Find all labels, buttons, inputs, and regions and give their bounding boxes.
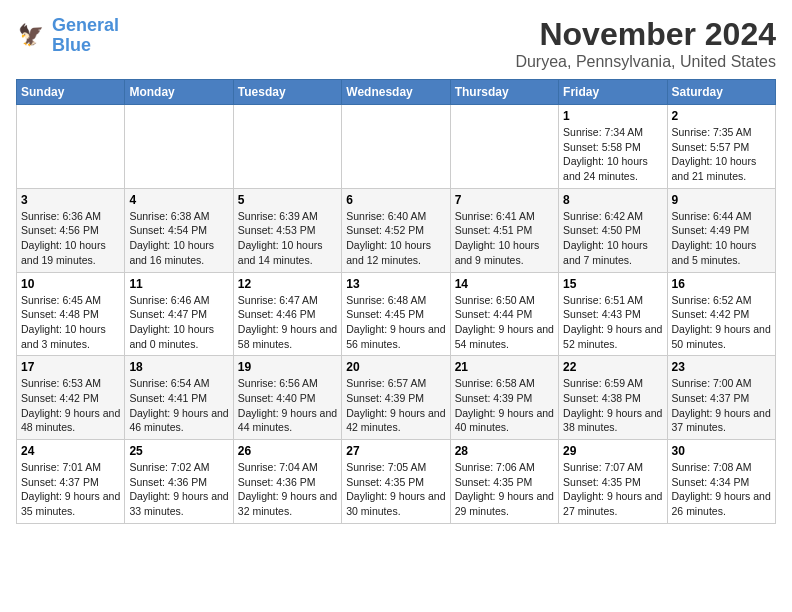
day-info: Sunrise: 6:58 AM Sunset: 4:39 PM Dayligh… — [455, 376, 554, 435]
calendar-cell: 20Sunrise: 6:57 AM Sunset: 4:39 PM Dayli… — [342, 356, 450, 440]
day-number: 4 — [129, 193, 228, 207]
day-info: Sunrise: 7:06 AM Sunset: 4:35 PM Dayligh… — [455, 460, 554, 519]
calendar: SundayMondayTuesdayWednesdayThursdayFrid… — [16, 79, 776, 524]
logo-line2: Blue — [52, 36, 119, 56]
day-number: 24 — [21, 444, 120, 458]
day-info: Sunrise: 6:47 AM Sunset: 4:46 PM Dayligh… — [238, 293, 337, 352]
day-number: 22 — [563, 360, 662, 374]
day-number: 15 — [563, 277, 662, 291]
day-number: 17 — [21, 360, 120, 374]
logo-line1: General — [52, 15, 119, 35]
day-info: Sunrise: 7:04 AM Sunset: 4:36 PM Dayligh… — [238, 460, 337, 519]
calendar-cell: 29Sunrise: 7:07 AM Sunset: 4:35 PM Dayli… — [559, 440, 667, 524]
day-number: 2 — [672, 109, 771, 123]
calendar-cell: 8Sunrise: 6:42 AM Sunset: 4:50 PM Daylig… — [559, 188, 667, 272]
day-info: Sunrise: 6:39 AM Sunset: 4:53 PM Dayligh… — [238, 209, 337, 268]
location: Duryea, Pennsylvania, United States — [515, 53, 776, 71]
calendar-cell — [342, 105, 450, 189]
calendar-cell: 24Sunrise: 7:01 AM Sunset: 4:37 PM Dayli… — [17, 440, 125, 524]
day-info: Sunrise: 7:34 AM Sunset: 5:58 PM Dayligh… — [563, 125, 662, 184]
day-info: Sunrise: 6:38 AM Sunset: 4:54 PM Dayligh… — [129, 209, 228, 268]
day-number: 3 — [21, 193, 120, 207]
week-row-5: 24Sunrise: 7:01 AM Sunset: 4:37 PM Dayli… — [17, 440, 776, 524]
calendar-cell: 15Sunrise: 6:51 AM Sunset: 4:43 PM Dayli… — [559, 272, 667, 356]
day-info: Sunrise: 6:52 AM Sunset: 4:42 PM Dayligh… — [672, 293, 771, 352]
day-info: Sunrise: 7:01 AM Sunset: 4:37 PM Dayligh… — [21, 460, 120, 519]
logo: 🦅 General Blue — [16, 16, 119, 56]
day-info: Sunrise: 6:56 AM Sunset: 4:40 PM Dayligh… — [238, 376, 337, 435]
week-row-1: 1Sunrise: 7:34 AM Sunset: 5:58 PM Daylig… — [17, 105, 776, 189]
day-number: 16 — [672, 277, 771, 291]
calendar-cell: 26Sunrise: 7:04 AM Sunset: 4:36 PM Dayli… — [233, 440, 341, 524]
weekday-thursday: Thursday — [450, 80, 558, 105]
calendar-cell — [233, 105, 341, 189]
calendar-cell: 12Sunrise: 6:47 AM Sunset: 4:46 PM Dayli… — [233, 272, 341, 356]
day-number: 18 — [129, 360, 228, 374]
calendar-cell: 30Sunrise: 7:08 AM Sunset: 4:34 PM Dayli… — [667, 440, 775, 524]
day-info: Sunrise: 7:07 AM Sunset: 4:35 PM Dayligh… — [563, 460, 662, 519]
day-info: Sunrise: 6:59 AM Sunset: 4:38 PM Dayligh… — [563, 376, 662, 435]
day-info: Sunrise: 6:44 AM Sunset: 4:49 PM Dayligh… — [672, 209, 771, 268]
day-number: 10 — [21, 277, 120, 291]
calendar-cell: 5Sunrise: 6:39 AM Sunset: 4:53 PM Daylig… — [233, 188, 341, 272]
week-row-3: 10Sunrise: 6:45 AM Sunset: 4:48 PM Dayli… — [17, 272, 776, 356]
day-info: Sunrise: 6:36 AM Sunset: 4:56 PM Dayligh… — [21, 209, 120, 268]
day-number: 8 — [563, 193, 662, 207]
day-number: 12 — [238, 277, 337, 291]
day-number: 19 — [238, 360, 337, 374]
day-info: Sunrise: 6:46 AM Sunset: 4:47 PM Dayligh… — [129, 293, 228, 352]
calendar-cell: 4Sunrise: 6:38 AM Sunset: 4:54 PM Daylig… — [125, 188, 233, 272]
calendar-cell: 3Sunrise: 6:36 AM Sunset: 4:56 PM Daylig… — [17, 188, 125, 272]
svg-text:🦅: 🦅 — [18, 22, 44, 48]
day-number: 5 — [238, 193, 337, 207]
calendar-cell — [17, 105, 125, 189]
calendar-cell — [125, 105, 233, 189]
day-info: Sunrise: 6:54 AM Sunset: 4:41 PM Dayligh… — [129, 376, 228, 435]
day-info: Sunrise: 6:57 AM Sunset: 4:39 PM Dayligh… — [346, 376, 445, 435]
day-number: 23 — [672, 360, 771, 374]
calendar-cell: 11Sunrise: 6:46 AM Sunset: 4:47 PM Dayli… — [125, 272, 233, 356]
day-info: Sunrise: 6:40 AM Sunset: 4:52 PM Dayligh… — [346, 209, 445, 268]
day-number: 1 — [563, 109, 662, 123]
day-info: Sunrise: 6:48 AM Sunset: 4:45 PM Dayligh… — [346, 293, 445, 352]
title-area: November 2024 Duryea, Pennsylvania, Unit… — [515, 16, 776, 71]
calendar-cell: 10Sunrise: 6:45 AM Sunset: 4:48 PM Dayli… — [17, 272, 125, 356]
day-info: Sunrise: 6:50 AM Sunset: 4:44 PM Dayligh… — [455, 293, 554, 352]
calendar-cell: 19Sunrise: 6:56 AM Sunset: 4:40 PM Dayli… — [233, 356, 341, 440]
calendar-cell: 9Sunrise: 6:44 AM Sunset: 4:49 PM Daylig… — [667, 188, 775, 272]
week-row-2: 3Sunrise: 6:36 AM Sunset: 4:56 PM Daylig… — [17, 188, 776, 272]
calendar-cell: 7Sunrise: 6:41 AM Sunset: 4:51 PM Daylig… — [450, 188, 558, 272]
calendar-cell: 6Sunrise: 6:40 AM Sunset: 4:52 PM Daylig… — [342, 188, 450, 272]
day-info: Sunrise: 7:08 AM Sunset: 4:34 PM Dayligh… — [672, 460, 771, 519]
day-number: 21 — [455, 360, 554, 374]
day-number: 28 — [455, 444, 554, 458]
calendar-body: 1Sunrise: 7:34 AM Sunset: 5:58 PM Daylig… — [17, 105, 776, 524]
day-number: 14 — [455, 277, 554, 291]
calendar-cell: 27Sunrise: 7:05 AM Sunset: 4:35 PM Dayli… — [342, 440, 450, 524]
day-number: 27 — [346, 444, 445, 458]
calendar-cell: 28Sunrise: 7:06 AM Sunset: 4:35 PM Dayli… — [450, 440, 558, 524]
day-info: Sunrise: 7:02 AM Sunset: 4:36 PM Dayligh… — [129, 460, 228, 519]
weekday-header-row: SundayMondayTuesdayWednesdayThursdayFrid… — [17, 80, 776, 105]
day-info: Sunrise: 7:35 AM Sunset: 5:57 PM Dayligh… — [672, 125, 771, 184]
day-info: Sunrise: 6:42 AM Sunset: 4:50 PM Dayligh… — [563, 209, 662, 268]
calendar-cell: 14Sunrise: 6:50 AM Sunset: 4:44 PM Dayli… — [450, 272, 558, 356]
day-info: Sunrise: 7:00 AM Sunset: 4:37 PM Dayligh… — [672, 376, 771, 435]
day-info: Sunrise: 7:05 AM Sunset: 4:35 PM Dayligh… — [346, 460, 445, 519]
day-info: Sunrise: 6:45 AM Sunset: 4:48 PM Dayligh… — [21, 293, 120, 352]
weekday-saturday: Saturday — [667, 80, 775, 105]
day-number: 11 — [129, 277, 228, 291]
weekday-monday: Monday — [125, 80, 233, 105]
calendar-cell: 1Sunrise: 7:34 AM Sunset: 5:58 PM Daylig… — [559, 105, 667, 189]
day-info: Sunrise: 6:41 AM Sunset: 4:51 PM Dayligh… — [455, 209, 554, 268]
day-info: Sunrise: 6:53 AM Sunset: 4:42 PM Dayligh… — [21, 376, 120, 435]
day-info: Sunrise: 6:51 AM Sunset: 4:43 PM Dayligh… — [563, 293, 662, 352]
calendar-cell: 13Sunrise: 6:48 AM Sunset: 4:45 PM Dayli… — [342, 272, 450, 356]
month-title: November 2024 — [515, 16, 776, 53]
calendar-cell: 22Sunrise: 6:59 AM Sunset: 4:38 PM Dayli… — [559, 356, 667, 440]
weekday-wednesday: Wednesday — [342, 80, 450, 105]
day-number: 13 — [346, 277, 445, 291]
calendar-cell: 25Sunrise: 7:02 AM Sunset: 4:36 PM Dayli… — [125, 440, 233, 524]
week-row-4: 17Sunrise: 6:53 AM Sunset: 4:42 PM Dayli… — [17, 356, 776, 440]
day-number: 26 — [238, 444, 337, 458]
